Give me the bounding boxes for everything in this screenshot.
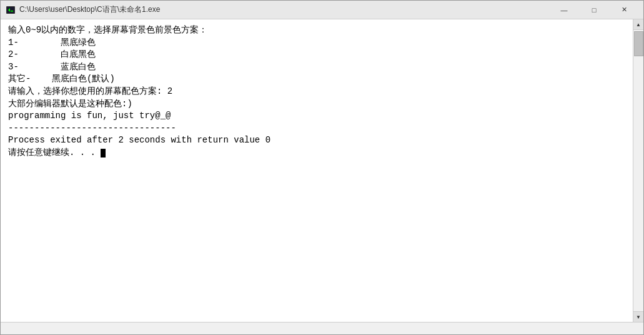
content-area: 输入0~9以内的数字，选择屏幕背景色前景色方案：1- 黑底绿色2- 白底黑色3-… xyxy=(1,19,643,322)
scrollbar-track[interactable] xyxy=(633,30,643,311)
maximize-button[interactable]: □ xyxy=(580,1,608,19)
terminal-line: 请输入，选择你想使用的屏幕配色方案: 2 xyxy=(8,86,625,98)
scrollbar[interactable]: ▲ ▼ xyxy=(633,19,643,322)
scrollbar-thumb[interactable] xyxy=(634,31,643,56)
window: C:\Users\user\Desktop\C语言\未命名1.exe — □ ✕… xyxy=(0,0,644,335)
scrollbar-up-button[interactable]: ▲ xyxy=(633,19,644,30)
minimize-button[interactable]: — xyxy=(550,1,578,19)
terminal-line: 其它- 黑底白色(默认) xyxy=(8,73,625,86)
close-button[interactable]: ✕ xyxy=(610,1,638,19)
terminal-line: 1- 黑底绿色 xyxy=(8,37,625,49)
bottom-bar xyxy=(1,322,643,334)
title-bar-controls: — □ ✕ xyxy=(550,1,638,19)
terminal-cursor xyxy=(101,149,106,158)
title-bar-left: C:\Users\user\Desktop\C语言\未命名1.exe xyxy=(6,4,160,15)
terminal-line: programming is fun, just try@_@ xyxy=(8,110,625,122)
scrollbar-down-button[interactable]: ▼ xyxy=(633,311,644,322)
terminal-line: 2- 白底黑色 xyxy=(8,49,625,61)
terminal-line: -------------------------------- xyxy=(8,122,625,135)
title-bar: C:\Users\user\Desktop\C语言\未命名1.exe — □ ✕ xyxy=(1,1,643,19)
terminal-output[interactable]: 输入0~9以内的数字，选择屏幕背景色前景色方案：1- 黑底绿色2- 白底黑色3-… xyxy=(1,19,633,322)
terminal-line: 3- 蓝底白色 xyxy=(8,61,625,74)
svg-rect-2 xyxy=(11,11,13,12)
svg-rect-1 xyxy=(7,7,14,13)
terminal-line: 大部分编辑器默认是这种配色:) xyxy=(8,98,625,111)
terminal-line: 请按任意键继续. . . xyxy=(8,147,625,159)
terminal-line: 输入0~9以内的数字，选择屏幕背景色前景色方案： xyxy=(8,24,625,37)
terminal-icon xyxy=(6,5,16,15)
window-title: C:\Users\user\Desktop\C语言\未命名1.exe xyxy=(19,4,160,15)
terminal-line: Process exited after 2 seconds with retu… xyxy=(8,134,625,147)
